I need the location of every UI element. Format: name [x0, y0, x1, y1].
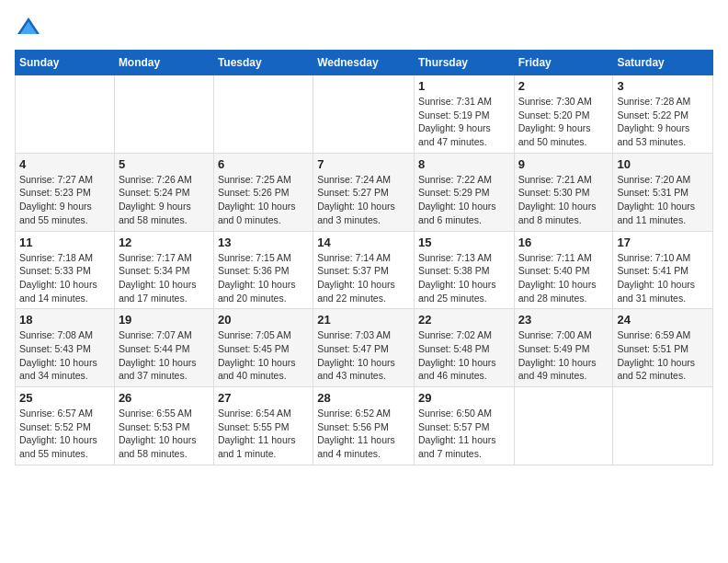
cell-content: Sunrise: 6:50 AM Sunset: 5:57 PM Dayligh…	[418, 407, 510, 461]
header-day-tuesday: Tuesday	[213, 51, 313, 75]
day-number: 21	[317, 313, 410, 327]
calendar-cell: 13Sunrise: 7:15 AM Sunset: 5:36 PM Dayli…	[213, 231, 313, 309]
day-number: 17	[617, 236, 709, 249]
calendar-cell: 17Sunrise: 7:10 AM Sunset: 5:41 PM Dayli…	[613, 231, 713, 309]
calendar-cell: 4Sunrise: 7:27 AM Sunset: 5:23 PM Daylig…	[16, 153, 115, 231]
cell-content: Sunrise: 6:55 AM Sunset: 5:53 PM Dayligh…	[119, 407, 210, 461]
day-number: 23	[518, 313, 609, 327]
cell-content: Sunrise: 7:18 AM Sunset: 5:33 PM Dayligh…	[19, 251, 110, 305]
cell-content: Sunrise: 7:24 AM Sunset: 5:27 PM Dayligh…	[317, 173, 410, 227]
calendar-cell: 25Sunrise: 6:57 AM Sunset: 5:52 PM Dayli…	[16, 387, 115, 465]
day-number: 18	[19, 313, 110, 327]
logo	[15, 15, 46, 42]
week-row-2: 4Sunrise: 7:27 AM Sunset: 5:23 PM Daylig…	[16, 153, 713, 231]
calendar-cell: 6Sunrise: 7:25 AM Sunset: 5:26 PM Daylig…	[213, 153, 313, 231]
calendar-cell: 1Sunrise: 7:31 AM Sunset: 5:19 PM Daylig…	[414, 75, 514, 154]
week-row-4: 18Sunrise: 7:08 AM Sunset: 5:43 PM Dayli…	[16, 309, 713, 387]
cell-content: Sunrise: 6:52 AM Sunset: 5:56 PM Dayligh…	[317, 407, 410, 461]
calendar-cell: 7Sunrise: 7:24 AM Sunset: 5:27 PM Daylig…	[313, 153, 415, 231]
cell-content: Sunrise: 6:59 AM Sunset: 5:51 PM Dayligh…	[617, 328, 709, 383]
calendar-cell: 3Sunrise: 7:28 AM Sunset: 5:22 PM Daylig…	[613, 75, 713, 154]
calendar-cell: 5Sunrise: 7:26 AM Sunset: 5:24 PM Daylig…	[114, 153, 213, 231]
day-number: 27	[218, 391, 309, 405]
calendar-table: SundayMondayTuesdayWednesdayThursdayFrid…	[15, 50, 713, 465]
cell-content: Sunrise: 7:20 AM Sunset: 5:31 PM Dayligh…	[617, 173, 709, 227]
calendar-cell: 26Sunrise: 6:55 AM Sunset: 5:53 PM Dayli…	[114, 387, 213, 465]
day-number: 24	[617, 313, 709, 327]
cell-content: Sunrise: 7:05 AM Sunset: 5:45 PM Dayligh…	[218, 328, 309, 383]
day-number: 22	[418, 313, 510, 327]
calendar-cell: 16Sunrise: 7:11 AM Sunset: 5:40 PM Dayli…	[514, 231, 613, 309]
cell-content: Sunrise: 7:22 AM Sunset: 5:29 PM Dayligh…	[418, 173, 510, 227]
calendar-cell: 20Sunrise: 7:05 AM Sunset: 5:45 PM Dayli…	[213, 309, 313, 387]
cell-content: Sunrise: 7:02 AM Sunset: 5:48 PM Dayligh…	[418, 328, 510, 383]
calendar-header-row: SundayMondayTuesdayWednesdayThursdayFrid…	[16, 51, 713, 75]
cell-content: Sunrise: 7:11 AM Sunset: 5:40 PM Dayligh…	[518, 251, 609, 305]
day-number: 8	[418, 157, 510, 171]
day-number: 6	[218, 157, 309, 171]
header-day-thursday: Thursday	[414, 51, 514, 75]
cell-content: Sunrise: 7:31 AM Sunset: 5:19 PM Dayligh…	[418, 95, 510, 149]
header-day-wednesday: Wednesday	[313, 51, 415, 75]
cell-content: Sunrise: 7:27 AM Sunset: 5:23 PM Dayligh…	[19, 173, 110, 227]
calendar-cell	[213, 75, 313, 154]
day-number: 10	[617, 157, 709, 171]
day-number: 5	[119, 157, 210, 171]
logo-icon	[15, 15, 42, 42]
calendar-cell: 8Sunrise: 7:22 AM Sunset: 5:29 PM Daylig…	[414, 153, 514, 231]
cell-content: Sunrise: 7:15 AM Sunset: 5:36 PM Dayligh…	[218, 251, 309, 305]
cell-content: Sunrise: 7:17 AM Sunset: 5:34 PM Dayligh…	[119, 251, 210, 305]
calendar-cell	[114, 75, 213, 154]
cell-content: Sunrise: 7:28 AM Sunset: 5:22 PM Dayligh…	[617, 95, 709, 149]
calendar-cell	[514, 387, 613, 465]
week-row-3: 11Sunrise: 7:18 AM Sunset: 5:33 PM Dayli…	[16, 231, 713, 309]
cell-content: Sunrise: 6:57 AM Sunset: 5:52 PM Dayligh…	[19, 407, 110, 461]
calendar-cell: 23Sunrise: 7:00 AM Sunset: 5:49 PM Dayli…	[514, 309, 613, 387]
calendar-cell	[613, 387, 713, 465]
calendar-cell: 2Sunrise: 7:30 AM Sunset: 5:20 PM Daylig…	[514, 75, 613, 154]
day-number: 9	[518, 157, 609, 171]
calendar-cell: 21Sunrise: 7:03 AM Sunset: 5:47 PM Dayli…	[313, 309, 415, 387]
calendar-cell: 12Sunrise: 7:17 AM Sunset: 5:34 PM Dayli…	[114, 231, 213, 309]
calendar-cell	[313, 75, 415, 154]
page-header	[15, 15, 713, 42]
day-number: 14	[317, 236, 410, 249]
cell-content: Sunrise: 6:54 AM Sunset: 5:55 PM Dayligh…	[218, 407, 309, 461]
day-number: 1	[418, 79, 510, 93]
day-number: 11	[19, 236, 110, 249]
cell-content: Sunrise: 7:08 AM Sunset: 5:43 PM Dayligh…	[19, 328, 110, 383]
cell-content: Sunrise: 7:21 AM Sunset: 5:30 PM Dayligh…	[518, 173, 609, 227]
week-row-5: 25Sunrise: 6:57 AM Sunset: 5:52 PM Dayli…	[16, 387, 713, 465]
calendar-cell: 29Sunrise: 6:50 AM Sunset: 5:57 PM Dayli…	[414, 387, 514, 465]
calendar-cell: 14Sunrise: 7:14 AM Sunset: 5:37 PM Dayli…	[313, 231, 415, 309]
calendar-cell: 15Sunrise: 7:13 AM Sunset: 5:38 PM Dayli…	[414, 231, 514, 309]
day-number: 20	[218, 313, 309, 327]
week-row-1: 1Sunrise: 7:31 AM Sunset: 5:19 PM Daylig…	[16, 75, 713, 154]
day-number: 16	[518, 236, 609, 249]
calendar-cell: 9Sunrise: 7:21 AM Sunset: 5:30 PM Daylig…	[514, 153, 613, 231]
header-day-monday: Monday	[114, 51, 213, 75]
calendar-cell: 24Sunrise: 6:59 AM Sunset: 5:51 PM Dayli…	[613, 309, 713, 387]
day-number: 12	[119, 236, 210, 249]
calendar-cell: 18Sunrise: 7:08 AM Sunset: 5:43 PM Dayli…	[16, 309, 115, 387]
calendar-cell: 11Sunrise: 7:18 AM Sunset: 5:33 PM Dayli…	[16, 231, 115, 309]
calendar-cell: 22Sunrise: 7:02 AM Sunset: 5:48 PM Dayli…	[414, 309, 514, 387]
day-number: 29	[418, 391, 510, 405]
cell-content: Sunrise: 7:00 AM Sunset: 5:49 PM Dayligh…	[518, 328, 609, 383]
cell-content: Sunrise: 7:10 AM Sunset: 5:41 PM Dayligh…	[617, 251, 709, 305]
cell-content: Sunrise: 7:26 AM Sunset: 5:24 PM Dayligh…	[119, 173, 210, 227]
calendar-cell	[16, 75, 115, 154]
calendar-cell: 28Sunrise: 6:52 AM Sunset: 5:56 PM Dayli…	[313, 387, 415, 465]
header-day-sunday: Sunday	[16, 51, 115, 75]
day-number: 15	[418, 236, 510, 249]
day-number: 26	[119, 391, 210, 405]
day-number: 13	[218, 236, 309, 249]
day-number: 25	[19, 391, 110, 405]
cell-content: Sunrise: 7:25 AM Sunset: 5:26 PM Dayligh…	[218, 173, 309, 227]
header-day-saturday: Saturday	[613, 51, 713, 75]
cell-content: Sunrise: 7:13 AM Sunset: 5:38 PM Dayligh…	[418, 251, 510, 305]
day-number: 3	[617, 79, 709, 93]
cell-content: Sunrise: 7:07 AM Sunset: 5:44 PM Dayligh…	[119, 328, 210, 383]
calendar-cell: 10Sunrise: 7:20 AM Sunset: 5:31 PM Dayli…	[613, 153, 713, 231]
day-number: 19	[119, 313, 210, 327]
